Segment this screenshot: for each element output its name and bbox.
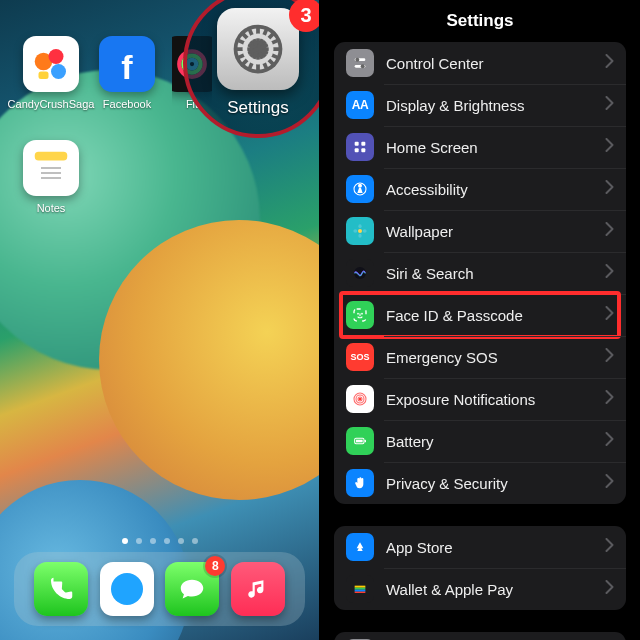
chevron-right-icon (605, 96, 614, 114)
settings-group: App StoreWallet & Apple Pay (334, 526, 626, 610)
svg-rect-8 (35, 152, 68, 161)
settings-row-wallet-apple-pay[interactable]: Wallet & Apple Pay (334, 568, 626, 610)
app-music[interactable] (231, 562, 285, 616)
settings-row-passwords[interactable]: Passwords (334, 632, 626, 640)
app-facebook[interactable]: f Facebook (96, 36, 158, 110)
settings-row-control-center[interactable]: Control Center (334, 42, 626, 84)
app-messages[interactable]: 8 (165, 562, 219, 616)
svg-rect-53 (356, 440, 363, 443)
settings-row-app-store[interactable]: App Store (334, 526, 626, 568)
svg-point-45 (357, 313, 359, 315)
settings-row-emergency-sos[interactable]: SOSEmergency SOS (334, 336, 626, 378)
astore-icon (346, 533, 374, 561)
page-dot[interactable] (122, 538, 128, 544)
chat-bubble-icon (177, 574, 207, 604)
page-title: Settings (320, 0, 640, 42)
AA-icon: AA (346, 91, 374, 119)
settings-screen: Settings Control CenterAADisplay & Brigh… (320, 0, 640, 640)
app-label: CandyCrushSaga (8, 98, 95, 110)
grid-icon (346, 133, 374, 161)
page-dot[interactable] (192, 538, 198, 544)
app-settings[interactable] (217, 8, 299, 90)
app-safari[interactable] (100, 562, 154, 616)
app-candycrush[interactable]: CandyCrushSaga (20, 36, 82, 110)
row-label: Control Center (386, 55, 605, 72)
svg-point-43 (354, 267, 366, 279)
svg-point-40 (358, 234, 361, 238)
svg-point-29 (355, 58, 359, 62)
phone-icon (46, 574, 76, 604)
chevron-right-icon (605, 390, 614, 408)
settings-row-display-brightness[interactable]: AADisplay & Brightness (334, 84, 626, 126)
settings-row-siri-search[interactable]: Siri & Search (334, 252, 626, 294)
app-notes[interactable]: Notes (20, 140, 82, 214)
battery-icon (346, 427, 374, 455)
row-label: Face ID & Passcode (386, 307, 605, 324)
home-screen: CandyCrushSaga f Facebook Fit Notes 3 (0, 0, 320, 640)
svg-point-1 (49, 49, 64, 64)
page-dot[interactable] (164, 538, 170, 544)
svg-rect-33 (361, 142, 365, 146)
svg-rect-56 (355, 586, 366, 588)
face-icon (346, 301, 374, 329)
svg-point-31 (361, 64, 365, 68)
chevron-right-icon (605, 580, 614, 598)
chevron-right-icon (605, 306, 614, 324)
settings-row-home-screen[interactable]: Home Screen (334, 126, 626, 168)
settings-row-accessibility[interactable]: Accessibility (334, 168, 626, 210)
svg-rect-34 (355, 148, 359, 152)
hand-icon (346, 469, 374, 497)
settings-row-face-id-passcode[interactable]: Face ID & Passcode (334, 294, 626, 336)
settings-row-exposure-notifications[interactable]: Exposure Notifications (334, 378, 626, 420)
svg-point-51 (359, 398, 362, 401)
svg-rect-57 (355, 588, 366, 590)
settings-row-battery[interactable]: Battery (334, 420, 626, 462)
svg-point-36 (358, 184, 362, 188)
gear-icon (228, 19, 288, 79)
svg-point-38 (358, 229, 362, 233)
step-badge: 3 (289, 0, 320, 32)
row-label: Accessibility (386, 181, 605, 198)
svg-rect-35 (361, 148, 365, 152)
svg-rect-58 (355, 590, 366, 592)
svg-point-42 (363, 229, 367, 232)
svg-rect-32 (355, 142, 359, 146)
siri-icon (346, 259, 374, 287)
burst-icon (346, 385, 374, 413)
chevron-right-icon (605, 348, 614, 366)
settings-row-wallpaper[interactable]: Wallpaper (334, 210, 626, 252)
page-dot[interactable] (150, 538, 156, 544)
row-label: Siri & Search (386, 265, 605, 282)
svg-point-41 (353, 229, 357, 232)
app-label: Facebook (103, 98, 151, 110)
app-label: Settings (227, 98, 288, 118)
page-dot[interactable] (136, 538, 142, 544)
row-label: Wallpaper (386, 223, 605, 240)
page-dot[interactable] (178, 538, 184, 544)
chevron-right-icon (605, 264, 614, 282)
row-label: Wallet & Apple Pay (386, 581, 605, 598)
row-label: Emergency SOS (386, 349, 605, 366)
settings-group: PasswordsMailContacts29Calendar (334, 632, 626, 640)
svg-point-2 (51, 64, 66, 79)
settings-row-privacy-security[interactable]: Privacy & Security (334, 462, 626, 504)
flower-icon (346, 217, 374, 245)
music-note-icon (245, 576, 271, 602)
chevron-right-icon (605, 474, 614, 492)
svg-point-39 (358, 224, 361, 228)
chevron-right-icon (605, 222, 614, 240)
dock: 8 (14, 552, 305, 626)
chevron-right-icon (605, 538, 614, 556)
app-phone[interactable] (34, 562, 88, 616)
chevron-right-icon (605, 432, 614, 450)
candy-icon (31, 44, 71, 84)
app-label: Notes (37, 202, 66, 214)
page-indicator[interactable] (0, 538, 319, 544)
row-label: Display & Brightness (386, 97, 605, 114)
row-label: App Store (386, 539, 605, 556)
svg-point-46 (361, 313, 363, 315)
row-label: Home Screen (386, 139, 605, 156)
chevron-right-icon (605, 54, 614, 72)
row-label: Privacy & Security (386, 475, 605, 492)
SOS-icon: SOS (346, 343, 374, 371)
